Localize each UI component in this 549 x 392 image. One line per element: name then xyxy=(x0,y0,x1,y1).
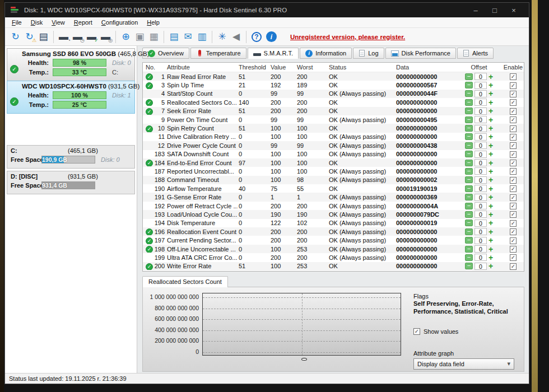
offset-value[interactable]: 0 xyxy=(474,220,487,227)
offset-increase-button[interactable]: + xyxy=(488,73,493,80)
offset-value[interactable]: 0 xyxy=(474,73,487,80)
enable-checkbox[interactable]: ✓ xyxy=(510,151,517,158)
table-row[interactable]: ✓5Reallocated Sectors Co...140200200OK00… xyxy=(143,98,524,106)
enable-checkbox[interactable]: ✓ xyxy=(510,263,517,270)
offset-increase-button[interactable]: + xyxy=(488,254,493,261)
disk-gauge-icon[interactable]: ▬◔ xyxy=(57,30,71,44)
x-axis-scroll-marker[interactable] xyxy=(301,358,307,361)
menu-configuration[interactable]: Configuration xyxy=(97,18,142,26)
offset-increase-button[interactable]: + xyxy=(488,211,493,218)
offset-decrease-button[interactable]: − xyxy=(465,73,473,80)
offset-value[interactable]: 0 xyxy=(474,263,487,270)
table-row[interactable]: 11Drive Calibration Retry ...0100100OK (… xyxy=(143,133,524,141)
offset-increase-button[interactable]: + xyxy=(488,90,493,97)
offset-decrease-button[interactable]: − xyxy=(465,133,473,140)
enable-checkbox[interactable]: ✓ xyxy=(510,228,517,235)
table-row[interactable]: 4Start/Stop Count09999OK (Always passing… xyxy=(143,90,524,98)
table-row[interactable]: ✓7Seek Error Rate51200200OK000000000000−… xyxy=(143,107,524,115)
refresh-all-icon[interactable]: ↻⚠ xyxy=(22,30,36,44)
offset-decrease-button[interactable]: − xyxy=(465,90,473,97)
offset-decrease-button[interactable]: − xyxy=(465,185,473,192)
enable-checkbox[interactable]: ✓ xyxy=(510,134,517,141)
offset-increase-button[interactable]: + xyxy=(488,116,493,123)
enable-checkbox[interactable]: ✓ xyxy=(510,160,517,166)
offset-increase-button[interactable]: + xyxy=(488,168,493,175)
offset-value[interactable]: 0 xyxy=(474,245,487,253)
table-row[interactable]: ✓3Spin Up Time21192189OK000000000567−0+✓ xyxy=(143,81,524,89)
offset-value[interactable]: 0 xyxy=(474,228,487,235)
offset-increase-button[interactable]: + xyxy=(488,185,493,192)
offset-increase-button[interactable]: + xyxy=(488,99,493,106)
offset-increase-button[interactable]: + xyxy=(488,125,493,132)
tab-alerts[interactable]: Alerts xyxy=(457,48,494,59)
menu-view[interactable]: View xyxy=(47,18,69,26)
offset-value[interactable]: 0 xyxy=(474,142,487,149)
graph-tab[interactable]: Reallocated Sectors Count xyxy=(142,276,228,287)
offset-value[interactable]: 0 xyxy=(474,99,487,106)
menu-file[interactable]: File xyxy=(7,18,26,26)
enable-checkbox[interactable]: ✓ xyxy=(510,237,517,244)
offset-increase-button[interactable]: + xyxy=(488,220,493,226)
enable-checkbox[interactable]: ✓ xyxy=(510,211,517,218)
help-icon[interactable]: ? xyxy=(252,32,262,42)
tab-information[interactable]: Information xyxy=(300,48,352,59)
offset-increase-button[interactable]: + xyxy=(488,246,493,253)
offset-decrease-button[interactable]: − xyxy=(465,99,473,106)
offset-decrease-button[interactable]: − xyxy=(465,116,473,123)
sound-icon[interactable]: ◀ xyxy=(229,30,243,44)
table-row[interactable]: 9Power On Time Count09999OK (Always pass… xyxy=(143,115,524,124)
enable-checkbox[interactable]: ✓ xyxy=(510,246,517,253)
tab-disk-performance[interactable]: Disk Performance xyxy=(385,48,456,59)
offset-decrease-button[interactable]: − xyxy=(465,263,473,269)
offset-value[interactable]: 0 xyxy=(474,254,487,261)
offset-decrease-button[interactable]: − xyxy=(465,194,473,200)
disk-test-icon[interactable]: ▬✓ xyxy=(85,30,99,44)
partition-card-c[interactable]: C:(465,1 GB)Free Space190,9 GBDisk: 0 xyxy=(7,145,135,169)
offset-value[interactable]: 0 xyxy=(474,108,487,115)
table-row[interactable]: 183SATA Downshift Count0100100OK (Always… xyxy=(143,150,524,158)
offset-decrease-button[interactable]: − xyxy=(465,254,473,261)
enable-checkbox[interactable]: ✓ xyxy=(510,82,517,89)
enable-checkbox[interactable]: ✓ xyxy=(510,220,517,227)
offset-value[interactable]: 0 xyxy=(474,82,487,89)
tab-temperature[interactable]: Temperature xyxy=(190,48,246,59)
offset-decrease-button[interactable]: − xyxy=(465,237,473,244)
offset-increase-button[interactable]: + xyxy=(488,194,493,200)
offset-increase-button[interactable]: + xyxy=(488,228,493,235)
offset-value[interactable]: 0 xyxy=(474,202,487,209)
offset-increase-button[interactable]: + xyxy=(488,151,493,157)
offset-value[interactable]: 0 xyxy=(474,237,487,244)
enable-checkbox[interactable]: ✓ xyxy=(510,116,517,123)
offset-decrease-button[interactable]: − xyxy=(465,203,473,209)
table-row[interactable]: 191G-Sense Error Rate011OK (Always passi… xyxy=(143,193,524,201)
close-button[interactable]: × xyxy=(504,6,523,15)
partition-card-d-disc[interactable]: D: [DISC](931,5 GB)Free Space931,4 GB xyxy=(7,171,135,194)
offset-value[interactable]: 0 xyxy=(474,185,487,192)
offset-decrease-button[interactable]: − xyxy=(465,246,473,253)
register-link[interactable]: Unregistered version, please register. xyxy=(290,34,405,40)
offset-decrease-button[interactable]: − xyxy=(465,82,473,88)
enable-checkbox[interactable]: ✓ xyxy=(510,185,517,192)
table-row[interactable]: 192Power off Retract Cycle ...0200200OK … xyxy=(143,202,524,210)
enable-checkbox[interactable]: ✓ xyxy=(510,177,517,184)
offset-decrease-button[interactable]: − xyxy=(465,220,473,226)
enable-checkbox[interactable]: ✓ xyxy=(510,125,517,132)
offset-value[interactable]: 0 xyxy=(474,167,487,175)
disk-search-icon[interactable]: ▬◎ xyxy=(99,30,113,44)
table-row[interactable]: ✓198Off-Line Uncorrectable ...0100253OK … xyxy=(143,245,524,253)
mail-icon[interactable]: ✉ xyxy=(181,30,195,44)
table-row[interactable]: ✓184End-to-End Error Count97100100OK0000… xyxy=(143,158,524,167)
table-row[interactable]: ✓196Reallocation Event Count0200200OK (A… xyxy=(143,227,524,236)
disk-card-wdc-wd10spcx-60hwst0[interactable]: ✓WDC WD10SPCX-60HWST0 (931,5 GB)Health:1… xyxy=(7,81,135,114)
offset-increase-button[interactable]: + xyxy=(488,108,493,114)
table-row[interactable]: 194Disk Temperature0122102OK (Always pas… xyxy=(143,219,524,227)
enable-checkbox[interactable]: ✓ xyxy=(510,108,517,115)
enable-checkbox[interactable]: ✓ xyxy=(510,73,517,80)
table-row[interactable]: ✓200Write Error Rate51100253OK0000000000… xyxy=(143,262,524,270)
menu-report[interactable]: Report xyxy=(69,18,97,26)
offset-value[interactable]: 0 xyxy=(474,125,487,132)
enable-checkbox[interactable]: ✓ xyxy=(510,203,517,209)
table-row[interactable]: 193Load/Unload Cycle Cou...0190190OK (Al… xyxy=(143,210,524,218)
offset-increase-button[interactable]: + xyxy=(488,176,493,183)
settings-gear-icon[interactable]: ✳ xyxy=(215,30,229,44)
